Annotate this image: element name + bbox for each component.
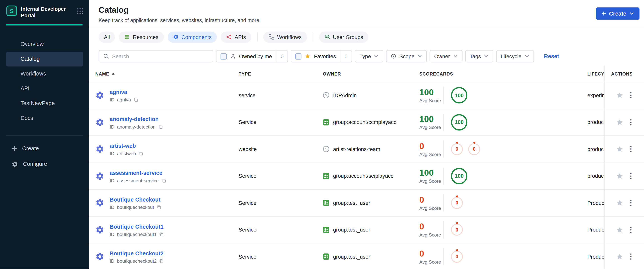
component-gear-icon — [95, 198, 104, 207]
owner-dropdown-label: Owner — [434, 53, 450, 59]
entity-name-link[interactable]: assessment-service — [110, 170, 162, 176]
avg-score-value: 0 — [419, 222, 443, 231]
favorite-star-icon[interactable] — [616, 226, 624, 234]
tab-resources-label: Resources — [133, 34, 158, 40]
component-gear-icon — [95, 172, 104, 181]
component-gear-icon — [95, 91, 104, 100]
entity-id: ID: assessment-service — [110, 178, 158, 183]
entity-name-link[interactable]: Boutique Checkout1 — [110, 224, 164, 230]
copy-icon[interactable] — [159, 259, 164, 264]
scorecard-badge: 0 — [451, 224, 463, 236]
sidebar: S Internal Developer Portal Overview Cat… — [0, 0, 89, 269]
group-owner-icon — [323, 173, 329, 179]
entity-name-link[interactable]: artist-web — [110, 143, 136, 149]
entity-name-link[interactable]: agniva — [110, 89, 127, 95]
row-menu-kebab-icon[interactable] — [629, 145, 632, 153]
row-menu-kebab-icon[interactable] — [629, 199, 632, 207]
table-body: agniva ID: agniva service IDPAdmin 100 A… — [89, 82, 644, 269]
favorite-star-icon[interactable] — [616, 199, 624, 207]
column-header-actions: ACTIONS — [604, 66, 644, 82]
sidebar-create-button[interactable]: Create — [0, 141, 89, 156]
favorite-star-icon[interactable] — [616, 145, 624, 153]
favorite-star-icon[interactable] — [616, 172, 624, 180]
lifecycle-dropdown-label: Lifecycle — [500, 53, 521, 59]
group-owner-icon — [323, 200, 329, 206]
unknown-owner-icon — [323, 92, 329, 99]
table-row[interactable]: Boutique Checkout2 ID: boutiquecheckout2… — [89, 244, 644, 269]
sidebar-item-docs[interactable]: Docs — [6, 111, 83, 125]
main-content: Catalog Keep track of applications, serv… — [89, 0, 644, 269]
person-icon — [230, 53, 236, 59]
copy-icon[interactable] — [156, 205, 162, 210]
type-dropdown[interactable]: Type — [355, 50, 383, 62]
scope-dropdown[interactable]: Scope — [386, 50, 427, 62]
favorite-star-icon[interactable] — [616, 253, 624, 260]
tab-apis[interactable]: APIs — [221, 31, 251, 42]
table-row[interactable]: anomaly-detection ID: anomaly-detection … — [89, 109, 644, 136]
gear-icon — [12, 161, 18, 167]
score-divider — [443, 87, 444, 104]
sidebar-item-overview[interactable]: Overview — [6, 37, 83, 51]
row-menu-kebab-icon[interactable] — [629, 253, 632, 261]
column-header-lifecycle[interactable]: LIFECYCLE — [587, 66, 604, 82]
search-box[interactable] — [98, 50, 213, 62]
entity-id: ID: boutiquecheckout2 — [110, 259, 157, 264]
sidebar-item-workflows[interactable]: Workflows — [6, 66, 83, 81]
sidebar-item-catalog[interactable]: Catalog — [6, 51, 83, 66]
owned-by-me-checkbox[interactable] — [220, 53, 227, 59]
favorites-filter[interactable]: Favorites 0 — [291, 50, 352, 62]
favorite-star-icon[interactable] — [616, 119, 624, 126]
search-input[interactable] — [112, 53, 208, 59]
row-menu-kebab-icon[interactable] — [629, 91, 632, 99]
component-gear-icon — [95, 145, 104, 154]
scorecard-badge: 0 — [468, 143, 480, 155]
owned-by-me-filter[interactable]: Owned by me 0 — [216, 50, 288, 62]
tab-components[interactable]: Components — [168, 31, 217, 42]
row-menu-kebab-icon[interactable] — [629, 118, 632, 126]
column-header-scorecards[interactable]: SCORECARDS — [419, 66, 587, 82]
copy-icon[interactable] — [158, 124, 163, 129]
column-header-type[interactable]: TYPE — [238, 66, 323, 82]
entity-name-link[interactable]: Boutique Checkout — [110, 197, 160, 203]
lifecycle-dropdown[interactable]: Lifecycle — [496, 50, 534, 62]
score-divider — [443, 167, 444, 185]
create-button[interactable]: Create — [596, 7, 640, 19]
tab-resources[interactable]: Resources — [119, 31, 164, 42]
copy-icon[interactable] — [159, 232, 164, 237]
tab-user-groups[interactable]: User Groups — [319, 31, 368, 42]
table-row[interactable]: artist-web ID: artistweb website artist-… — [89, 136, 644, 163]
plus-icon — [12, 145, 17, 151]
entity-name-link[interactable]: anomaly-detection — [110, 116, 158, 122]
table-row[interactable]: assessment-service ID: assessment-servic… — [89, 163, 644, 190]
component-gear-icon — [95, 225, 104, 234]
copy-icon[interactable] — [138, 151, 144, 156]
sidebar-configure-button[interactable]: Configure — [0, 156, 89, 172]
avg-score-value: 0 — [419, 142, 443, 150]
tab-all[interactable]: All — [98, 31, 115, 42]
apps-grid-icon[interactable] — [77, 5, 84, 14]
row-menu-kebab-icon[interactable] — [629, 226, 632, 234]
scorecard-badge: 0 — [451, 143, 463, 155]
table-row[interactable]: Boutique Checkout ID: boutiquecheckout S… — [89, 190, 644, 217]
component-gear-icon — [95, 118, 104, 127]
tab-workflows[interactable]: Workflows — [263, 31, 307, 42]
table-row[interactable]: Boutique Checkout1 ID: boutiquecheckout1… — [89, 217, 644, 244]
copy-icon[interactable] — [134, 97, 138, 102]
entity-name-link[interactable]: Boutique Checkout2 — [110, 251, 164, 257]
owner-dropdown[interactable]: Owner — [430, 50, 462, 62]
row-menu-kebab-icon[interactable] — [629, 172, 632, 180]
table-row[interactable]: agniva ID: agniva service IDPAdmin 100 A… — [89, 82, 644, 109]
sidebar-item-testnewpage[interactable]: TestNewPage — [6, 96, 83, 111]
favorites-checkbox[interactable] — [296, 53, 302, 59]
favorite-star-icon[interactable] — [616, 92, 624, 99]
tags-dropdown[interactable]: Tags — [465, 50, 493, 62]
copy-icon[interactable] — [161, 178, 166, 183]
column-header-name[interactable]: NAME — [95, 66, 239, 82]
unknown-owner-icon — [323, 146, 329, 152]
scorecard-badges: 0 — [451, 197, 463, 209]
avg-score-value: 0 — [419, 249, 443, 258]
reset-filters-link[interactable]: Reset — [544, 53, 559, 59]
column-header-owner[interactable]: OWNER — [323, 66, 419, 82]
entity-type: Service — [238, 227, 323, 233]
sidebar-item-api[interactable]: API — [6, 81, 83, 96]
